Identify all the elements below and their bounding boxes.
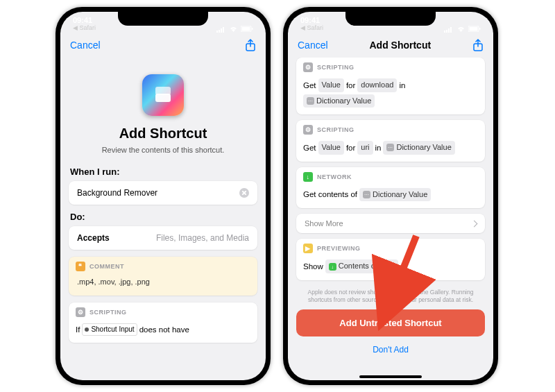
disclaimer-text: Apple does not review shortcuts outside … [296,286,485,309]
page-title: Add Shortcut [69,126,257,142]
dictionary-icon: ⋯ [363,191,370,198]
network-head-label: NETWORK [317,173,352,180]
accepts-card: Accepts Files, Images, and Media [69,226,257,250]
app-icon [142,74,184,116]
cancel-button[interactable]: Cancel [298,40,328,51]
scripting-head-label: SCRIPTING [317,126,355,133]
accepts-label: Accepts [77,233,110,243]
share-icon[interactable] [245,39,256,51]
dont-add-button[interactable]: Don't Add [296,342,485,357]
svg-rect-9 [446,30,447,33]
previewing-head-label: PREVIEWING [317,245,361,252]
uri-pill[interactable]: uri [357,141,373,155]
notch [118,12,208,26]
wifi-icon [229,25,238,31]
phone-right: 09:41 ◀ Safari Cancel Add Shortcut [283,7,498,385]
comment-body: .mp4, .mov, .jpg, .png [69,275,257,289]
comment-badge-icon: ❝ [76,262,85,271]
download-icon: ↓ [329,263,336,271]
chevron-right-icon [471,220,478,227]
svg-rect-2 [221,28,222,33]
share-icon[interactable] [472,39,484,51]
shortcut-input-token[interactable]: Shortcut Input [82,323,137,336]
dictionary-icon: ⋯ [386,144,394,151]
status-back-app[interactable]: ◀ Safari [73,25,96,31]
svg-rect-6 [252,28,253,30]
battery-icon [468,25,481,31]
signal-icon [216,26,226,31]
download-pill[interactable]: download [357,78,397,92]
cancel-button[interactable]: Cancel [70,40,101,51]
network-badge-icon: ↓ [303,172,313,182]
scripting-download-card: ⚙ SCRIPTING Get Value for download in ⋯D… [296,58,485,114]
svg-rect-3 [223,27,224,33]
scripting-badge-icon: ⚙ [303,125,313,135]
accepts-value: Files, Images, and Media [156,233,249,243]
show-more-button[interactable]: Show More [296,214,485,233]
shortcut-name-text: Background Remover [77,188,157,198]
clear-icon[interactable] [239,188,249,198]
if-word: If [76,323,80,336]
nav-bar: Cancel [60,33,266,58]
scripting-if-card: ⚙ SCRIPTING If Shortcut Input does not h… [69,302,257,343]
svg-rect-10 [448,28,450,33]
comment-head-label: COMMENT [89,263,124,270]
contents-url-pill[interactable]: ↓Contents of URL [325,259,398,273]
home-indicator[interactable] [359,375,422,378]
svg-rect-14 [479,28,481,30]
svg-rect-13 [470,27,478,31]
wifi-icon [456,25,466,31]
when-i-run-label: When I run: [70,167,256,177]
dictionary-icon: ⋯ [307,97,314,105]
svg-rect-11 [450,27,452,33]
nav-title: Add Shortcut [369,40,431,51]
add-untrusted-button[interactable]: Add Untrusted Shortcut [296,309,485,336]
do-label: Do: [70,212,256,222]
dictionary-value-pill[interactable]: ⋯Dictionary Value [383,141,454,155]
value-pill[interactable]: Value [318,78,344,92]
status-back-app[interactable]: ◀ Safari [300,25,323,31]
scripting-uri-card: ⚙ SCRIPTING Get Value for uri in ⋯Dictio… [296,120,485,162]
dictionary-value-pill[interactable]: ⋯Dictionary Value [303,94,375,108]
svg-rect-1 [219,30,220,33]
status-time: 09:41 [73,17,96,24]
scripting-badge-icon: ⚙ [303,62,313,72]
scripting-head-label: SCRIPTING [89,309,127,316]
scripting-badge-icon: ⚙ [76,307,85,317]
notch [345,12,436,26]
svg-rect-5 [242,27,250,31]
nav-bar: Cancel Add Shortcut [288,33,493,58]
status-time: 09:41 [300,17,323,24]
battery-icon [241,25,253,31]
previewing-badge-icon: ▶ [303,244,313,253]
phone-left: 09:41 ◀ Safari Cancel [56,7,271,385]
signal-icon [444,26,454,31]
shortcut-name-field[interactable]: Background Remover [69,181,257,205]
scripting-head-label: SCRIPTING [317,64,355,71]
comment-card: ❝ COMMENT .mp4, .mov, .jpg, .png [69,257,257,296]
page-subtitle: Review the contents of this shortcut. [69,146,257,154]
network-card: ↓ NETWORK Get contents of ⋯Dictionary Va… [296,167,485,209]
previewing-card: ▶ PREVIEWING Show ↓Contents of URL [296,239,485,280]
dictionary-value-pill[interactable]: ⋯Dictionary Value [359,188,431,202]
value-pill[interactable]: Value [318,141,344,155]
does-not-text: does not have [139,323,189,336]
